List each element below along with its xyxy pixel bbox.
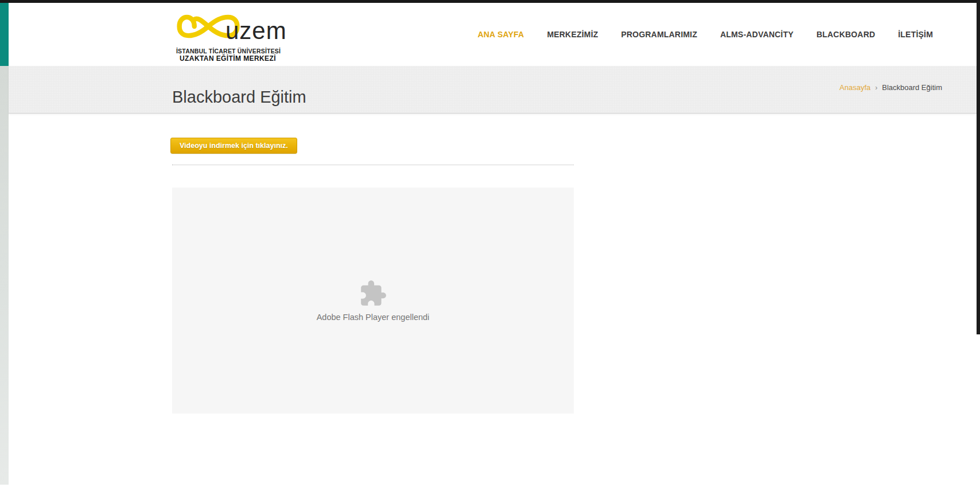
nav-item-alms-advancity[interactable]: ALMS-ADVANCİTY <box>720 3 794 66</box>
nav-item-programlarimiz[interactable]: PROGRAMLARIMIZ <box>621 3 698 66</box>
nav-item-blackboard[interactable]: BLACKBOARD <box>816 3 875 66</box>
site-logo[interactable]: uzem İSTANBUL TİCARET ÜNİVERSİTESİ UZAKT… <box>176 7 279 60</box>
nav-item-iletisim[interactable]: İLETİŞİM <box>898 3 933 66</box>
teal-accent-bar <box>0 3 9 66</box>
nav-item-label: PROGRAMLARIMIZ <box>621 30 698 39</box>
breadcrumb: Anasayfa › Blackboard Eğitim <box>839 83 942 92</box>
breadcrumb-current: Blackboard Eğitim <box>882 83 942 92</box>
nav-item-label: ANA SAYFA <box>477 30 524 39</box>
download-video-button[interactable]: Videoyu indirmek için tıklayınız. <box>170 138 297 154</box>
breadcrumb-separator-icon: › <box>875 84 877 92</box>
page-title: Blackboard Eğitim <box>172 88 306 107</box>
nav-item-label: BLACKBOARD <box>816 30 875 39</box>
main-nav: ANA SAYFA MERKEZİMİZ PROGRAMLARIMIZ ALMS… <box>477 3 933 66</box>
logo-center-name: UZAKTAN EĞİTİM MERKEZİ <box>176 54 279 63</box>
site-header: uzem İSTANBUL TİCARET ÜNİVERSİTESİ UZAKT… <box>9 3 977 66</box>
flash-embed-placeholder[interactable]: Adobe Flash Player engellendi <box>172 188 574 414</box>
logo-wordmark: uzem <box>225 19 287 43</box>
top-edge-bar <box>0 0 980 3</box>
right-edge-border <box>977 0 980 334</box>
dotted-divider <box>172 165 574 165</box>
nav-item-ana-sayfa[interactable]: ANA SAYFA <box>477 3 524 66</box>
nav-item-label: İLETİŞİM <box>898 30 933 39</box>
nav-item-merkezimiz[interactable]: MERKEZİMİZ <box>547 3 598 66</box>
page: uzem İSTANBUL TİCARET ÜNİVERSİTESİ UZAKT… <box>0 0 980 503</box>
breadcrumb-home-link[interactable]: Anasayfa <box>839 83 870 92</box>
left-edge-strip <box>0 66 9 485</box>
flash-blocked-text: Adobe Flash Player engellendi <box>317 313 430 322</box>
puzzle-icon <box>359 279 387 308</box>
logo-university-name: İSTANBUL TİCARET ÜNİVERSİTESİ <box>176 48 279 54</box>
nav-item-label: MERKEZİMİZ <box>547 30 598 39</box>
page-title-band: Blackboard Eğitim Anasayfa › Blackboard … <box>9 66 977 114</box>
nav-item-label: ALMS-ADVANCİTY <box>720 30 794 39</box>
